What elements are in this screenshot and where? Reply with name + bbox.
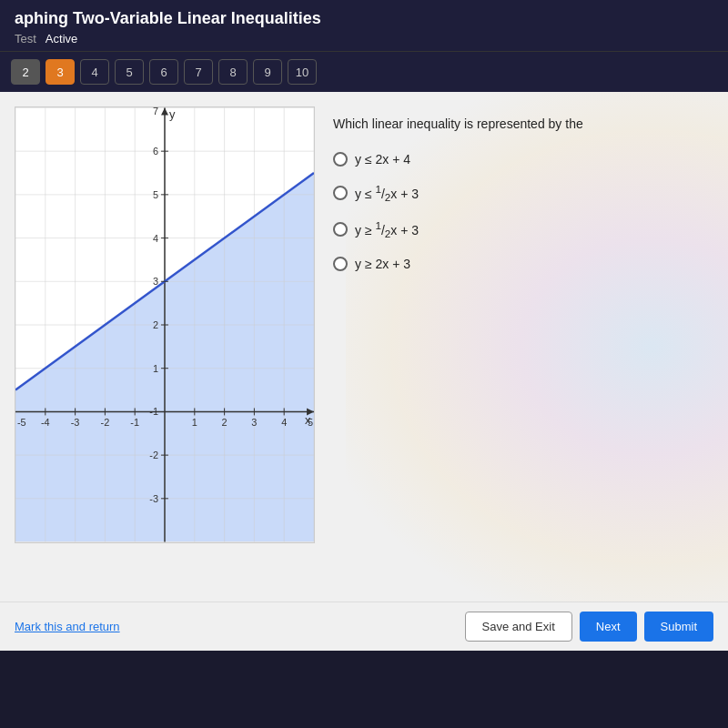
option-3[interactable]: y ≥ 1/2x + 3 xyxy=(333,219,713,239)
graph-svg: x y -4 -3 -2 -1 1 2 3 4 -5 5 xyxy=(15,107,314,542)
submit-button[interactable]: Submit xyxy=(644,612,713,642)
footer-buttons: Save and Exit Next Submit xyxy=(465,612,713,642)
tab-7[interactable]: 7 xyxy=(184,59,213,85)
main-content: x y -4 -3 -2 -1 1 2 3 4 -5 5 xyxy=(0,92,728,602)
radio-2[interactable] xyxy=(333,186,348,200)
option-4-text: y ≥ 2x + 3 xyxy=(355,257,410,271)
option-1-text: y ≤ 2x + 4 xyxy=(355,152,410,167)
svg-text:3: 3 xyxy=(153,276,158,287)
tab-4[interactable]: 4 xyxy=(80,59,109,85)
radio-4[interactable] xyxy=(333,257,348,271)
option-3-text: y ≥ 1/2x + 3 xyxy=(355,219,419,239)
svg-text:2: 2 xyxy=(153,319,158,330)
svg-text:-2: -2 xyxy=(149,450,158,460)
x-label-5: 5 xyxy=(308,417,313,428)
y-label-neg1: -1 xyxy=(149,406,158,417)
graph-area: x y -4 -3 -2 -1 1 2 3 4 -5 5 xyxy=(15,106,315,587)
option-1[interactable]: y ≤ 2x + 4 xyxy=(333,152,713,167)
svg-text:6: 6 xyxy=(153,146,158,157)
next-button[interactable]: Next xyxy=(580,612,637,642)
tab-8[interactable]: 8 xyxy=(218,59,248,85)
tabs-row: 2 3 4 5 6 7 8 9 10 xyxy=(0,52,728,92)
svg-text:5: 5 xyxy=(153,189,158,200)
tab-10[interactable]: 10 xyxy=(288,59,317,85)
svg-text:3: 3 xyxy=(251,417,257,428)
y-axis-arrow xyxy=(161,107,168,115)
tab-6[interactable]: 6 xyxy=(149,59,178,85)
question-area: Which linear inequality is represented b… xyxy=(333,106,713,587)
y-axis-label: y xyxy=(169,107,176,121)
mark-return-link[interactable]: Mark this and return xyxy=(15,620,120,633)
footer: Mark this and return Save and Exit Next … xyxy=(0,602,728,651)
svg-text:1: 1 xyxy=(192,417,197,428)
test-label: Test xyxy=(15,32,36,46)
option-2[interactable]: y ≤ 1/2x + 3 xyxy=(333,183,713,203)
radio-3[interactable] xyxy=(333,222,348,237)
svg-text:-2: -2 xyxy=(101,417,110,428)
svg-text:-3: -3 xyxy=(71,417,80,428)
svg-text:4: 4 xyxy=(281,417,287,428)
x-label-neg5: -5 xyxy=(17,417,26,428)
active-label: Active xyxy=(46,32,77,46)
tab-3[interactable]: 3 xyxy=(46,59,75,85)
svg-text:-1: -1 xyxy=(130,417,139,428)
save-exit-button[interactable]: Save and Exit xyxy=(465,612,572,642)
option-4[interactable]: y ≥ 2x + 3 xyxy=(333,257,713,271)
tab-2[interactable]: 2 xyxy=(11,59,40,85)
radio-1[interactable] xyxy=(333,152,348,167)
svg-text:4: 4 xyxy=(153,233,158,244)
header-subtitle: Test Active xyxy=(15,32,713,46)
graph-container: x y -4 -3 -2 -1 1 2 3 4 -5 5 xyxy=(15,106,315,543)
y-label-7: 7 xyxy=(153,107,158,116)
svg-text:-4: -4 xyxy=(41,417,50,428)
svg-text:-3: -3 xyxy=(149,493,158,504)
svg-text:1: 1 xyxy=(153,363,158,374)
option-2-text: y ≤ 1/2x + 3 xyxy=(355,183,419,203)
tab-9[interactable]: 9 xyxy=(253,59,282,85)
svg-text:2: 2 xyxy=(222,417,228,428)
question-text: Which linear inequality is represented b… xyxy=(333,116,713,134)
tab-5[interactable]: 5 xyxy=(115,59,144,85)
page-title: aphing Two-Variable Linear Inequalities xyxy=(15,9,713,28)
header: aphing Two-Variable Linear Inequalities … xyxy=(0,0,728,52)
